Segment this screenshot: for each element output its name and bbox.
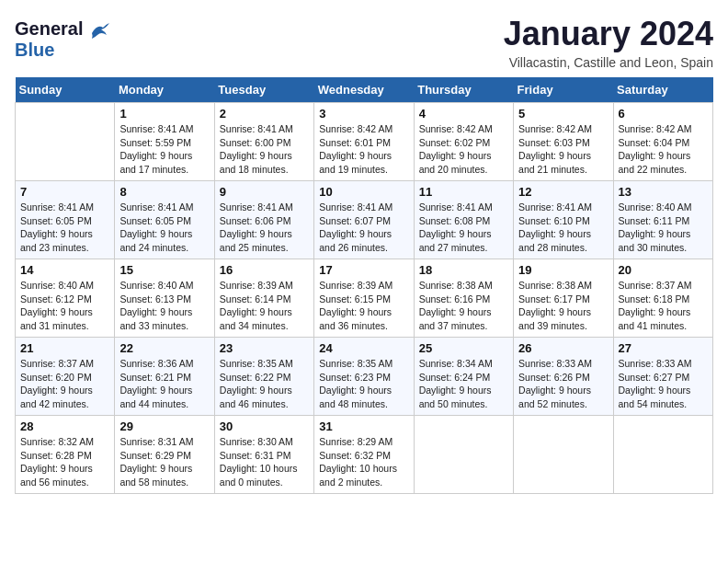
day-info: Sunrise: 8:39 AMSunset: 6:14 PMDaylight:… <box>220 279 309 333</box>
day-info: Sunrise: 8:41 AMSunset: 6:00 PMDaylight:… <box>220 122 309 177</box>
calendar-table: SundayMondayTuesdayWednesdayThursdayFrid… <box>15 77 713 494</box>
calendar-cell: 26Sunrise: 8:33 AMSunset: 6:26 PMDayligh… <box>514 338 613 416</box>
logo-bird-icon <box>90 22 110 39</box>
calendar-cell: 5Sunrise: 8:42 AMSunset: 6:03 PMDaylight… <box>514 103 613 181</box>
weekday-header-thursday: Thursday <box>414 77 513 103</box>
day-info: Sunrise: 8:29 AMSunset: 6:32 PMDaylight:… <box>319 435 408 489</box>
day-info: Sunrise: 8:41 AMSunset: 6:05 PMDaylight:… <box>20 201 109 255</box>
calendar-cell: 14Sunrise: 8:40 AMSunset: 6:12 PMDayligh… <box>16 259 115 338</box>
day-info: Sunrise: 8:34 AMSunset: 6:24 PMDaylight:… <box>419 357 508 411</box>
calendar-cell: 2Sunrise: 8:41 AMSunset: 6:00 PMDaylight… <box>214 103 313 181</box>
calendar-cell: 31Sunrise: 8:29 AMSunset: 6:32 PMDayligh… <box>314 416 414 494</box>
location-text: Villacastin, Castille and Leon, Spain <box>504 55 713 70</box>
day-number: 25 <box>419 341 508 355</box>
day-info: Sunrise: 8:41 AMSunset: 6:07 PMDaylight:… <box>319 201 408 255</box>
calendar-week-4: 21Sunrise: 8:37 AMSunset: 6:20 PMDayligh… <box>16 338 713 416</box>
calendar-cell: 12Sunrise: 8:41 AMSunset: 6:10 PMDayligh… <box>514 181 613 259</box>
day-number: 8 <box>119 185 209 199</box>
day-number: 1 <box>119 107 209 121</box>
logo-blue-text: Blue <box>15 40 110 61</box>
day-info: Sunrise: 8:42 AMSunset: 6:03 PMDaylight:… <box>518 122 608 177</box>
calendar-cell: 18Sunrise: 8:38 AMSunset: 6:16 PMDayligh… <box>414 259 513 338</box>
calendar-cell: 28Sunrise: 8:32 AMSunset: 6:28 PMDayligh… <box>16 416 115 494</box>
day-info: Sunrise: 8:30 AMSunset: 6:31 PMDaylight:… <box>220 435 309 489</box>
day-number: 24 <box>319 341 408 355</box>
day-number: 28 <box>20 419 109 433</box>
calendar-cell: 4Sunrise: 8:42 AMSunset: 6:02 PMDaylight… <box>414 103 513 181</box>
day-info: Sunrise: 8:41 AMSunset: 5:59 PMDaylight:… <box>119 122 209 177</box>
day-info: Sunrise: 8:39 AMSunset: 6:15 PMDaylight:… <box>319 279 408 333</box>
calendar-week-1: 1Sunrise: 8:41 AMSunset: 5:59 PMDaylight… <box>16 103 713 181</box>
day-number: 12 <box>518 185 608 199</box>
day-info: Sunrise: 8:33 AMSunset: 6:27 PMDaylight:… <box>619 357 708 411</box>
calendar-cell <box>613 416 712 494</box>
day-number: 26 <box>518 341 608 355</box>
day-number: 20 <box>619 263 708 277</box>
day-number: 13 <box>619 185 708 199</box>
day-number: 27 <box>619 341 708 355</box>
calendar-cell: 30Sunrise: 8:30 AMSunset: 6:31 PMDayligh… <box>214 416 313 494</box>
weekday-header-row: SundayMondayTuesdayWednesdayThursdayFrid… <box>16 77 713 103</box>
calendar-cell: 23Sunrise: 8:35 AMSunset: 6:22 PMDayligh… <box>214 338 313 416</box>
day-number: 5 <box>518 107 608 121</box>
day-info: Sunrise: 8:37 AMSunset: 6:20 PMDaylight:… <box>20 357 109 411</box>
weekday-header-wednesday: Wednesday <box>314 77 414 103</box>
month-title: January 2024 <box>504 15 713 53</box>
day-info: Sunrise: 8:42 AMSunset: 6:04 PMDaylight:… <box>619 122 708 177</box>
day-number: 30 <box>220 419 309 433</box>
calendar-cell: 21Sunrise: 8:37 AMSunset: 6:20 PMDayligh… <box>16 338 115 416</box>
day-number: 14 <box>20 263 109 277</box>
day-number: 29 <box>119 419 209 433</box>
weekday-header-tuesday: Tuesday <box>214 77 313 103</box>
weekday-header-sunday: Sunday <box>16 77 115 103</box>
calendar-cell: 1Sunrise: 8:41 AMSunset: 5:59 PMDaylight… <box>115 103 214 181</box>
day-number: 16 <box>220 263 309 277</box>
day-info: Sunrise: 8:35 AMSunset: 6:22 PMDaylight:… <box>220 357 309 411</box>
day-number: 21 <box>20 341 109 355</box>
day-number: 7 <box>20 185 109 199</box>
day-number: 2 <box>220 107 309 121</box>
day-info: Sunrise: 8:38 AMSunset: 6:16 PMDaylight:… <box>419 279 508 333</box>
calendar-cell: 29Sunrise: 8:31 AMSunset: 6:29 PMDayligh… <box>115 416 214 494</box>
calendar-cell: 15Sunrise: 8:40 AMSunset: 6:13 PMDayligh… <box>115 259 214 338</box>
day-number: 22 <box>119 341 209 355</box>
day-number: 3 <box>319 107 408 121</box>
calendar-cell: 10Sunrise: 8:41 AMSunset: 6:07 PMDayligh… <box>314 181 414 259</box>
day-info: Sunrise: 8:35 AMSunset: 6:23 PMDaylight:… <box>319 357 408 411</box>
calendar-cell: 9Sunrise: 8:41 AMSunset: 6:06 PMDaylight… <box>214 181 313 259</box>
day-info: Sunrise: 8:33 AMSunset: 6:26 PMDaylight:… <box>518 357 608 411</box>
day-info: Sunrise: 8:40 AMSunset: 6:13 PMDaylight:… <box>119 279 209 333</box>
calendar-week-2: 7Sunrise: 8:41 AMSunset: 6:05 PMDaylight… <box>16 181 713 259</box>
day-info: Sunrise: 8:42 AMSunset: 6:02 PMDaylight:… <box>419 122 508 177</box>
day-number: 18 <box>419 263 508 277</box>
day-number: 19 <box>518 263 608 277</box>
calendar-cell: 6Sunrise: 8:42 AMSunset: 6:04 PMDaylight… <box>613 103 712 181</box>
day-info: Sunrise: 8:41 AMSunset: 6:10 PMDaylight:… <box>518 201 608 255</box>
day-info: Sunrise: 8:40 AMSunset: 6:12 PMDaylight:… <box>20 279 109 333</box>
calendar-cell: 17Sunrise: 8:39 AMSunset: 6:15 PMDayligh… <box>314 259 414 338</box>
day-number: 15 <box>119 263 209 277</box>
day-info: Sunrise: 8:36 AMSunset: 6:21 PMDaylight:… <box>119 357 209 411</box>
calendar-cell: 24Sunrise: 8:35 AMSunset: 6:23 PMDayligh… <box>314 338 414 416</box>
calendar-cell: 13Sunrise: 8:40 AMSunset: 6:11 PMDayligh… <box>613 181 712 259</box>
calendar-cell: 19Sunrise: 8:38 AMSunset: 6:17 PMDayligh… <box>514 259 613 338</box>
calendar-cell: 25Sunrise: 8:34 AMSunset: 6:24 PMDayligh… <box>414 338 513 416</box>
weekday-header-monday: Monday <box>115 77 214 103</box>
day-number: 9 <box>220 185 309 199</box>
day-info: Sunrise: 8:41 AMSunset: 6:06 PMDaylight:… <box>220 201 309 255</box>
day-info: Sunrise: 8:37 AMSunset: 6:18 PMDaylight:… <box>619 279 708 333</box>
day-info: Sunrise: 8:42 AMSunset: 6:01 PMDaylight:… <box>319 122 408 177</box>
day-info: Sunrise: 8:38 AMSunset: 6:17 PMDaylight:… <box>518 279 608 333</box>
day-info: Sunrise: 8:40 AMSunset: 6:11 PMDaylight:… <box>619 201 708 255</box>
calendar-cell: 27Sunrise: 8:33 AMSunset: 6:27 PMDayligh… <box>613 338 712 416</box>
day-info: Sunrise: 8:31 AMSunset: 6:29 PMDaylight:… <box>119 435 209 489</box>
day-number: 11 <box>419 185 508 199</box>
day-number: 10 <box>319 185 408 199</box>
day-number: 6 <box>619 107 708 121</box>
day-number: 23 <box>220 341 309 355</box>
calendar-cell: 8Sunrise: 8:41 AMSunset: 6:05 PMDaylight… <box>115 181 214 259</box>
logo: General Blue <box>15 18 110 61</box>
logo-text: General <box>15 18 110 40</box>
day-number: 31 <box>319 419 408 433</box>
calendar-cell <box>514 416 613 494</box>
